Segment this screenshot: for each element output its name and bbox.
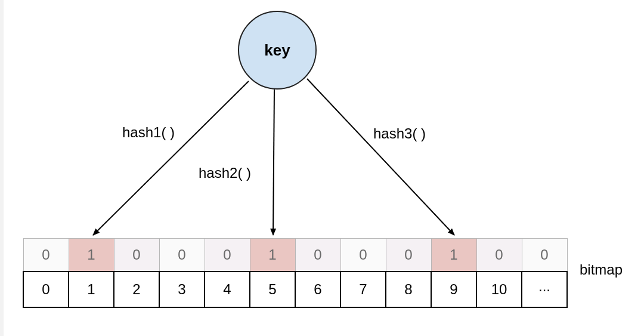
arrow-hash2 [273,90,274,235]
left-margin-bar [0,0,4,336]
bit-cell: 1 [250,239,295,272]
key-label: key [264,41,290,60]
bit-cell: 0 [23,239,69,272]
hash3-label: hash3( ) [373,125,426,142]
arrow-hash1 [93,81,249,235]
index-cell: 1 [69,272,114,307]
key-node: key [238,11,317,90]
index-cell: 5 [250,272,295,307]
bitmap-table: 0 1 0 0 0 1 0 0 0 1 0 0 0 1 2 3 4 5 6 [23,238,568,308]
bit-cell: 0 [114,239,159,272]
bit-cell: 1 [431,239,476,272]
bit-cell: 0 [386,239,431,272]
index-cell: 6 [295,272,340,307]
index-cell: ··· [522,272,567,307]
index-cell: 7 [340,272,386,307]
hash2-label: hash2( ) [199,165,251,181]
arrow-hash3 [307,79,454,235]
index-row: 0 1 2 3 4 5 6 7 8 9 10 ··· [23,272,567,307]
index-cell: 8 [386,272,431,307]
index-cell: 10 [476,272,522,307]
bits-row: 0 1 0 0 0 1 0 0 0 1 0 0 [23,239,567,272]
bit-cell: 0 [522,239,567,272]
bit-cell: 0 [295,239,340,272]
index-cell: 0 [23,272,69,307]
index-cell: 4 [205,272,250,307]
diagram-canvas: key hash1( ) hash2( ) hash3( ) 0 1 0 0 0… [0,0,644,336]
index-cell: 9 [431,272,476,307]
index-cell: 3 [159,272,205,307]
bit-cell: 0 [159,239,205,272]
bit-cell: 0 [476,239,522,272]
bit-cell: 0 [340,239,386,272]
bit-cell: 1 [69,239,114,272]
bitmap-label: bitmap [580,261,623,278]
bit-cell: 0 [205,239,250,272]
index-cell: 2 [114,272,159,307]
bitmap-table-wrap: 0 1 0 0 0 1 0 0 0 1 0 0 0 1 2 3 4 5 6 [23,238,568,308]
hash1-label: hash1( ) [122,124,175,141]
